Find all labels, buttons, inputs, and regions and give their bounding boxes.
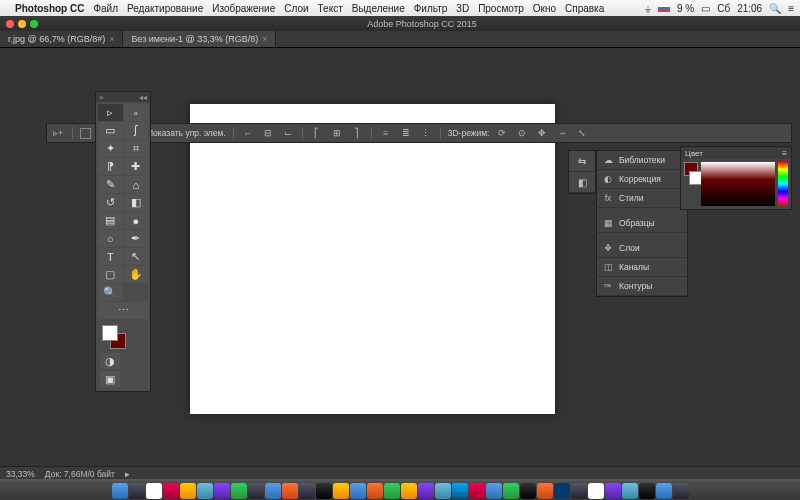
panel-toggle-icon[interactable]: ◧ bbox=[569, 172, 595, 193]
menu-edit[interactable]: Редактирование bbox=[127, 3, 203, 14]
align-vcenter-icon[interactable]: ⊟ bbox=[261, 127, 275, 139]
quickmask-tool[interactable]: ◑ bbox=[100, 353, 120, 369]
close-tab-icon[interactable]: × bbox=[262, 34, 267, 44]
panel-menu-icon[interactable]: ≡ bbox=[782, 149, 787, 158]
dock-app-finder[interactable] bbox=[112, 483, 128, 499]
window-zoom-button[interactable] bbox=[30, 20, 38, 28]
type-tool[interactable]: T bbox=[98, 248, 123, 265]
dock-app[interactable] bbox=[180, 483, 196, 499]
document-tab[interactable]: Без имени-1 @ 33,3% (RGB/8)× bbox=[123, 31, 276, 47]
dock-app[interactable] bbox=[503, 483, 519, 499]
color-panel[interactable]: Цвет≡ bbox=[680, 146, 792, 210]
panel-item-adjustments[interactable]: ◐Коррекция bbox=[597, 170, 687, 189]
dock-app[interactable] bbox=[469, 483, 485, 499]
dock-app[interactable] bbox=[639, 483, 655, 499]
menu-text[interactable]: Текст bbox=[318, 3, 343, 14]
dock-app[interactable] bbox=[316, 483, 332, 499]
menu-help[interactable]: Справка bbox=[565, 3, 604, 14]
marquee-tool[interactable]: ▭ bbox=[98, 122, 123, 139]
dock-trash-icon[interactable] bbox=[673, 483, 689, 499]
dock-app-powerpoint[interactable] bbox=[367, 483, 383, 499]
canvas[interactable] bbox=[190, 104, 555, 414]
tools-panel[interactable]: ×◂◂ ▹ ▫ ▭ ʃ ✦ ⌗ ⁋ ✚ ✎ ⌂ ↺ ◧ ▤ ● ○ ✒ T ↖ … bbox=[95, 91, 151, 392]
eyedropper-tool[interactable]: ⁋ bbox=[98, 158, 123, 175]
3d-scale-icon[interactable]: ⤡ bbox=[575, 127, 589, 139]
menu-image[interactable]: Изображение bbox=[212, 3, 275, 14]
panel-item-swatches[interactable]: ▦Образцы bbox=[597, 214, 687, 233]
dock-app[interactable] bbox=[129, 483, 145, 499]
dock-app[interactable] bbox=[588, 483, 604, 499]
window-close-button[interactable] bbox=[6, 20, 14, 28]
dock-app[interactable] bbox=[520, 483, 536, 499]
menu-layers[interactable]: Слои bbox=[284, 3, 308, 14]
panel-item-layers[interactable]: ❖Слои bbox=[597, 239, 687, 258]
wand-tool[interactable]: ✦ bbox=[98, 140, 123, 157]
dock-app[interactable] bbox=[282, 483, 298, 499]
distribute-icon[interactable]: ≡ bbox=[379, 127, 393, 139]
align-bottom-icon[interactable]: ⌙ bbox=[281, 127, 295, 139]
crop-tool[interactable]: ⌗ bbox=[124, 140, 149, 157]
3d-roll-icon[interactable]: ⊙ bbox=[515, 127, 529, 139]
dock-app-itunes[interactable] bbox=[214, 483, 230, 499]
battery-icon[interactable]: ▭ bbox=[701, 3, 710, 14]
distribute-icon[interactable]: ⋮ bbox=[419, 127, 433, 139]
dock-app[interactable] bbox=[435, 483, 451, 499]
panel-item-styles[interactable]: fxСтили bbox=[597, 189, 687, 208]
artboard-tool[interactable]: ▫ bbox=[124, 104, 149, 121]
dock-folder[interactable] bbox=[656, 483, 672, 499]
3d-slide-icon[interactable]: ↔ bbox=[555, 127, 569, 139]
move-tool-icon[interactable]: ▹+ bbox=[51, 127, 65, 139]
keyboard-layout-icon[interactable] bbox=[658, 4, 670, 12]
dock-app-photoshop[interactable] bbox=[554, 483, 570, 499]
dock-app-word[interactable] bbox=[350, 483, 366, 499]
gradient-tool[interactable]: ▤ bbox=[98, 212, 123, 229]
auto-select-checkbox[interactable] bbox=[80, 128, 91, 139]
dock-app[interactable] bbox=[486, 483, 502, 499]
dock-app[interactable] bbox=[299, 483, 315, 499]
panel-item-channels[interactable]: ◫Каналы bbox=[597, 258, 687, 277]
dodge-tool[interactable]: ○ bbox=[98, 230, 123, 247]
dock-app-excel[interactable] bbox=[384, 483, 400, 499]
dock-app[interactable] bbox=[537, 483, 553, 499]
spotlight-icon[interactable]: 🔍 bbox=[769, 3, 781, 14]
panel-drag-handle[interactable]: ×◂◂ bbox=[96, 92, 150, 102]
dock-app[interactable] bbox=[333, 483, 349, 499]
notifications-icon[interactable]: ≡ bbox=[788, 3, 794, 14]
edit-toolbar[interactable]: ⋯ bbox=[98, 302, 148, 319]
3d-orbit-icon[interactable]: ⟳ bbox=[495, 127, 509, 139]
close-icon[interactable]: × bbox=[99, 93, 104, 102]
zoom-tool[interactable]: 🔍 bbox=[98, 284, 123, 301]
distribute-icon[interactable]: ≣ bbox=[399, 127, 413, 139]
panel-item-libraries[interactable]: ☁Библиотеки bbox=[597, 151, 687, 170]
heal-tool[interactable]: ✚ bbox=[124, 158, 149, 175]
lasso-tool[interactable]: ʃ bbox=[124, 122, 149, 139]
chevron-right-icon[interactable]: ▸ bbox=[125, 469, 130, 479]
pen-tool[interactable]: ✒ bbox=[124, 230, 149, 247]
dock-app[interactable] bbox=[197, 483, 213, 499]
dock-app[interactable] bbox=[146, 483, 162, 499]
align-top-icon[interactable]: ⌐ bbox=[241, 127, 255, 139]
libraries-toggle-icon[interactable]: ⇆ bbox=[569, 151, 595, 172]
align-left-icon[interactable]: ⎡ bbox=[310, 127, 324, 139]
align-right-icon[interactable]: ⎤ bbox=[350, 127, 364, 139]
color-field[interactable] bbox=[701, 162, 775, 206]
panel-item-paths[interactable]: ✑Контуры bbox=[597, 277, 687, 296]
dock-app[interactable] bbox=[571, 483, 587, 499]
menu-window[interactable]: Окно bbox=[533, 3, 556, 14]
eraser-tool[interactable]: ◧ bbox=[124, 194, 149, 211]
dock-app[interactable] bbox=[231, 483, 247, 499]
brush-tool[interactable]: ✎ bbox=[98, 176, 123, 193]
color-swatches[interactable] bbox=[96, 323, 150, 349]
screenmode-tool[interactable]: ▣ bbox=[100, 371, 120, 387]
app-menu[interactable]: Photoshop CC bbox=[15, 3, 84, 14]
dock-app-calendar[interactable] bbox=[163, 483, 179, 499]
dock-app[interactable] bbox=[605, 483, 621, 499]
shape-tool[interactable]: ▢ bbox=[98, 266, 123, 283]
dock-app[interactable] bbox=[418, 483, 434, 499]
dock-app-safari[interactable] bbox=[265, 483, 281, 499]
menu-3d[interactable]: 3D bbox=[456, 3, 469, 14]
blur-tool[interactable]: ● bbox=[124, 212, 149, 229]
move-tool[interactable]: ▹ bbox=[98, 104, 123, 121]
3d-pan-icon[interactable]: ✥ bbox=[535, 127, 549, 139]
history-brush-tool[interactable]: ↺ bbox=[98, 194, 123, 211]
